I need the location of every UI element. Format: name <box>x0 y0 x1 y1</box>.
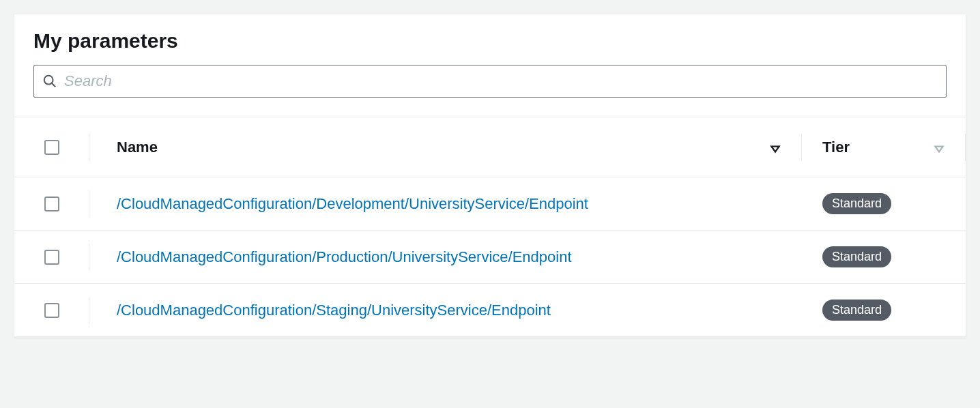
row-checkbox[interactable] <box>44 250 59 265</box>
row-tier-cell: Standard <box>802 300 966 321</box>
tier-badge: Standard <box>822 300 891 321</box>
parameter-link[interactable]: /CloudManagedConfiguration/Production/Un… <box>117 248 572 266</box>
search-icon <box>42 74 57 89</box>
parameter-link[interactable]: /CloudManagedConfiguration/Staging/Unive… <box>117 302 551 319</box>
parameter-link[interactable]: /CloudManagedConfiguration/Development/U… <box>117 195 588 213</box>
tier-badge: Standard <box>822 193 891 214</box>
row-checkbox-cell <box>14 196 89 212</box>
tier-badge: Standard <box>822 246 891 267</box>
row-checkbox-cell <box>14 303 89 318</box>
panel-header: My parameters <box>14 14 966 65</box>
row-name-cell: /CloudManagedConfiguration/Production/Un… <box>89 248 802 266</box>
search-input[interactable] <box>64 72 938 90</box>
sort-desc-icon <box>769 141 781 154</box>
row-tier-cell: Standard <box>802 193 966 214</box>
row-checkbox[interactable] <box>44 196 59 212</box>
column-label-name: Name <box>117 139 158 156</box>
select-all-cell <box>14 140 89 155</box>
search-box[interactable] <box>33 65 947 98</box>
table-row: /CloudManagedConfiguration/Staging/Unive… <box>14 284 966 337</box>
row-name-cell: /CloudManagedConfiguration/Development/U… <box>89 195 802 213</box>
row-name-cell: /CloudManagedConfiguration/Staging/Unive… <box>89 302 802 319</box>
sort-icon <box>933 141 945 154</box>
column-header-name[interactable]: Name <box>89 139 802 156</box>
table-row: /CloudManagedConfiguration/Development/U… <box>14 177 966 231</box>
select-all-checkbox[interactable] <box>44 140 59 155</box>
table-header-row: Name Tier <box>14 117 966 177</box>
page-title: My parameters <box>33 29 947 53</box>
parameters-table: Name Tier /Cloud <box>14 117 966 337</box>
parameters-panel: My parameters Name <box>14 14 966 338</box>
column-label-tier: Tier <box>822 139 850 156</box>
table-row: /CloudManagedConfiguration/Production/Un… <box>14 231 966 284</box>
row-checkbox-cell <box>14 250 89 265</box>
search-container <box>14 65 966 117</box>
svg-line-1 <box>52 83 55 87</box>
svg-point-0 <box>44 76 53 85</box>
column-header-tier[interactable]: Tier <box>802 139 966 156</box>
row-checkbox[interactable] <box>44 303 59 318</box>
row-tier-cell: Standard <box>802 246 966 267</box>
